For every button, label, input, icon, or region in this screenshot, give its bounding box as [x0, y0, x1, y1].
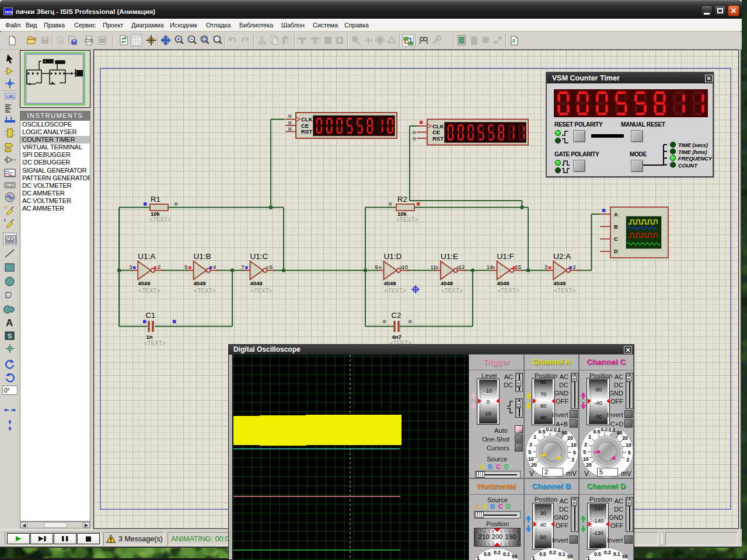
svg-text:R1: R1	[151, 195, 160, 204]
svg-text:5: 5	[528, 449, 531, 455]
svg-text:0.1: 0.1	[503, 551, 510, 557]
svg-text:LBL: LBL	[6, 94, 15, 99]
svg-text:0.1: 0.1	[609, 428, 616, 433]
svg-text:11: 11	[431, 264, 437, 270]
svg-text:4049: 4049	[441, 280, 453, 286]
svg-text:0.5: 0.5	[484, 551, 491, 557]
svg-text:4n7: 4n7	[392, 334, 402, 340]
svg-text:<TEXT>: <TEXT>	[498, 288, 519, 294]
svg-text:3: 3	[544, 264, 547, 270]
svg-text:7: 7	[241, 264, 244, 270]
svg-text:4: 4	[213, 264, 216, 270]
svg-text:12: 12	[459, 264, 465, 270]
svg-text:4049: 4049	[553, 280, 566, 286]
svg-text:CLK: CLK	[301, 116, 313, 123]
svg-text:20: 20	[586, 462, 592, 468]
svg-text:1: 1	[532, 555, 535, 560]
svg-text:CLK: CLK	[432, 123, 444, 130]
svg-text:0.2: 0.2	[601, 428, 608, 432]
svg-text:B: B	[614, 223, 618, 230]
svg-text:4049: 4049	[250, 280, 263, 286]
svg-text:C1: C1	[146, 311, 156, 320]
svg-text:1n: 1n	[146, 334, 153, 340]
svg-text:3: 3	[129, 264, 132, 270]
svg-text:0.2: 0.2	[546, 428, 553, 432]
svg-text:C2: C2	[392, 311, 402, 320]
svg-text:50: 50	[562, 430, 568, 436]
svg-text:10: 10	[571, 442, 577, 448]
svg-text:10: 10	[402, 264, 408, 270]
svg-text:0.5: 0.5	[594, 429, 601, 435]
svg-text:0.2: 0.2	[549, 550, 556, 555]
svg-text:50: 50	[617, 430, 623, 436]
svg-text:2: 2	[573, 264, 576, 270]
svg-text:<TEXT>: <TEXT>	[396, 216, 418, 223]
svg-text:10: 10	[626, 442, 631, 448]
svg-text:<TEXT>: <TEXT>	[251, 288, 273, 294]
svg-text:V: V	[4, 205, 8, 210]
svg-text:e_9: e_9	[8, 184, 13, 187]
svg-text:D: D	[614, 248, 618, 254]
svg-text:4049: 4049	[194, 280, 206, 286]
svg-text:0.5: 0.5	[539, 551, 546, 557]
svg-text:0.1: 0.1	[558, 551, 566, 557]
svg-text:4049: 4049	[138, 280, 150, 286]
svg-text:A: A	[6, 317, 13, 328]
svg-text:0.5: 0.5	[594, 551, 601, 557]
svg-text:U1:F: U1:F	[497, 252, 514, 261]
svg-text:50: 50	[567, 554, 573, 559]
svg-text:20: 20	[567, 435, 573, 441]
svg-text:U1:C: U1:C	[250, 252, 268, 261]
svg-text:0.1: 0.1	[554, 428, 561, 433]
svg-text:I: I	[4, 218, 5, 223]
svg-text:<TEXT>: <TEXT>	[554, 288, 575, 294]
svg-text:CE: CE	[432, 129, 440, 135]
svg-text:<TEXT>: <TEXT>	[194, 288, 216, 294]
svg-text:15: 15	[515, 264, 521, 270]
svg-text:9: 9	[375, 264, 378, 270]
svg-text:4049: 4049	[497, 280, 509, 286]
svg-text:C: C	[614, 236, 618, 242]
svg-text:1: 1	[533, 434, 536, 440]
svg-text:$: $	[512, 38, 515, 44]
svg-text:<TEXT>: <TEXT>	[385, 288, 406, 294]
svg-text:20: 20	[622, 435, 628, 441]
svg-text:<TEXT>: <TEXT>	[144, 340, 166, 346]
svg-text:2: 2	[158, 264, 160, 270]
svg-text:RST: RST	[301, 128, 312, 135]
svg-text:U1:A: U1:A	[138, 252, 155, 261]
svg-text:20: 20	[531, 462, 537, 468]
svg-text:U1:B: U1:B	[194, 252, 211, 261]
svg-text:0.2: 0.2	[604, 550, 611, 555]
svg-text:4049: 4049	[384, 280, 396, 286]
svg-text:0.1: 0.1	[613, 551, 620, 557]
svg-text:1: 1	[588, 434, 591, 440]
svg-text:50: 50	[622, 554, 628, 559]
svg-text:5: 5	[573, 450, 576, 456]
svg-text:2: 2	[572, 457, 575, 463]
svg-text:0.2: 0.2	[494, 550, 501, 555]
svg-text:5: 5	[628, 450, 631, 456]
svg-text:5: 5	[184, 264, 187, 270]
svg-text:A: A	[437, 41, 440, 46]
svg-text:<TEXT>: <TEXT>	[149, 216, 171, 223]
svg-text:RST: RST	[432, 135, 444, 142]
svg-text:2: 2	[627, 457, 630, 463]
svg-text:6: 6	[270, 264, 273, 270]
svg-text:U1:E: U1:E	[441, 252, 458, 261]
svg-text:50: 50	[512, 554, 518, 559]
svg-text:A: A	[614, 211, 618, 218]
svg-text:R2: R2	[397, 195, 407, 204]
svg-text:14: 14	[487, 264, 493, 270]
svg-text:<TEXT>: <TEXT>	[441, 288, 463, 294]
svg-text:U1:D: U1:D	[384, 252, 402, 261]
svg-text:5: 5	[583, 449, 586, 455]
svg-text:2: 2	[529, 442, 532, 447]
svg-text:0.5: 0.5	[539, 429, 546, 435]
svg-text:2: 2	[584, 442, 587, 447]
svg-text:1: 1	[477, 555, 480, 560]
svg-text:U2:A: U2:A	[553, 252, 571, 261]
svg-text:CE: CE	[301, 123, 309, 129]
svg-text:1: 1	[587, 555, 590, 560]
svg-text:<TEXT>: <TEXT>	[138, 288, 160, 294]
